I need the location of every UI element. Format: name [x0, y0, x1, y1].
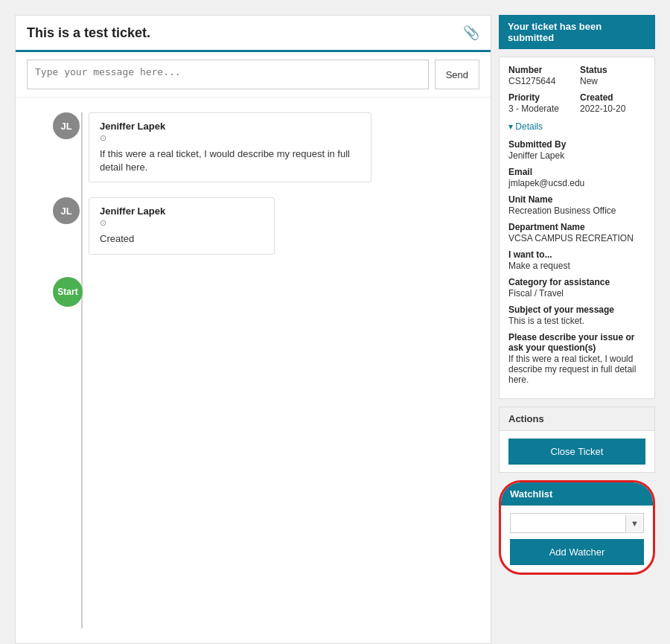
message-body: If this were a real ticket, I would desc…: [100, 147, 360, 174]
ticket-header: This is a test ticket. 📎: [16, 16, 491, 52]
add-watcher-button[interactable]: Add Watcher: [510, 539, 644, 565]
message-card: Jeniffer Lapek ⊙ If this were a real tic…: [89, 112, 371, 182]
number-label: Number: [508, 65, 574, 75]
ticket-status-banner: Your ticket has been submitted: [499, 15, 655, 49]
email-item: Email jmlapek@ucsd.edu: [508, 167, 645, 188]
actions-box: Actions Close Ticket: [499, 407, 655, 473]
watchlist-body: ▼ Add Watcher: [501, 506, 653, 573]
watchlist-header: Watchlist: [501, 482, 653, 506]
subject-value: This is a test ticket.: [508, 316, 645, 326]
describe-item: Please describe your issue or ask your q…: [508, 332, 645, 385]
status-label: Status: [580, 65, 645, 75]
watchlist-select-wrap: ▼: [510, 513, 644, 533]
left-panel: This is a test ticket. 📎 Send JL Jeniffe…: [15, 15, 491, 644]
email-value: jmlapek@ucsd.edu: [508, 178, 645, 188]
submitted-by-label: Submitted By: [508, 139, 645, 150]
message-body-2: Created: [100, 232, 264, 246]
timeline: JL Jeniffer Lapek ⊙ If this were a real …: [16, 98, 491, 643]
timestamp-2: ⊙: [100, 218, 264, 228]
subject-label: Subject of your message: [508, 305, 645, 315]
unit-name-label: Unit Name: [508, 194, 645, 205]
department-item: Department Name VCSA CAMPUS RECREATION: [508, 222, 645, 243]
created-label: Created: [580, 92, 645, 103]
details-section: Submitted By Jeniffer Lapek Email jmlape…: [508, 139, 645, 385]
unit-name-item: Unit Name Recreation Business Office: [508, 194, 645, 216]
submitted-by-item: Submitted By Jeniffer Lapek: [508, 139, 645, 161]
category-value: Fiscal / Travel: [508, 288, 645, 299]
describe-label: Please describe your issue or ask your q…: [508, 332, 645, 353]
timeline-item-2: JL Jeniffer Lapek ⊙ Created: [53, 197, 476, 254]
priority-field: Priority 3 - Moderate: [508, 92, 574, 114]
attachment-icon[interactable]: 📎: [463, 25, 479, 41]
actions-body: Close Ticket: [500, 431, 654, 472]
priority-label: Priority: [508, 92, 574, 103]
number-field: Number CS1275644: [508, 65, 574, 86]
watchlist-box: Watchlist ▼ Add Watcher: [499, 480, 655, 575]
message-card-2: Jeniffer Lapek ⊙ Created: [89, 197, 275, 254]
category-label: Category for assistance: [508, 277, 645, 287]
start-item: Start: [53, 277, 476, 307]
status-field: Status New: [580, 65, 645, 86]
details-toggle[interactable]: ▾ Details: [508, 121, 645, 132]
ticket-title: This is a test ticket.: [27, 25, 150, 41]
created-value: 2022-10-20: [580, 103, 645, 114]
email-label: Email: [508, 167, 645, 177]
i-want-item: I want to... Make a request: [508, 249, 645, 271]
unit-name-value: Recreation Business Office: [508, 205, 645, 216]
clock-icon: ⊙: [100, 133, 106, 143]
start-avatar: Start: [53, 277, 83, 307]
page-container: This is a test ticket. 📎 Send JL Jeniffe…: [7, 7, 663, 644]
priority-value: 3 - Moderate: [508, 103, 574, 114]
number-value: CS1275644: [508, 76, 574, 86]
send-button[interactable]: Send: [435, 60, 479, 89]
info-grid: Number CS1275644 Status New Priority 3 -…: [508, 65, 645, 114]
watchlist-dropdown-arrow[interactable]: ▼: [625, 515, 643, 532]
timestamp: ⊙: [100, 133, 360, 143]
timeline-item: JL Jeniffer Lapek ⊙ If this were a real …: [53, 112, 476, 182]
avatar: JL: [53, 112, 80, 139]
describe-value: If this were a real ticket, I would desc…: [508, 354, 645, 385]
message-compose: Send: [16, 52, 491, 98]
submitted-by-value: Jeniffer Lapek: [508, 150, 645, 161]
i-want-label: I want to...: [508, 249, 645, 260]
sender-name-2: Jeniffer Lapek: [100, 205, 264, 217]
close-ticket-button[interactable]: Close Ticket: [508, 439, 645, 465]
ticket-info-box: Number CS1275644 Status New Priority 3 -…: [499, 57, 655, 399]
i-want-value: Make a request: [508, 261, 645, 271]
right-panel: Your ticket has been submitted Number CS…: [499, 15, 655, 644]
sender-name: Jeniffer Lapek: [100, 121, 360, 132]
category-item: Category for assistance Fiscal / Travel: [508, 277, 645, 299]
department-value: VCSA CAMPUS RECREATION: [508, 233, 645, 243]
timeline-track: [81, 112, 83, 628]
avatar-2: JL: [53, 197, 80, 224]
watchlist-select[interactable]: [511, 514, 625, 532]
department-label: Department Name: [508, 222, 645, 232]
subject-item: Subject of your message This is a test t…: [508, 305, 645, 326]
created-field: Created 2022-10-20: [580, 92, 645, 114]
message-input[interactable]: [27, 60, 429, 89]
clock-icon-2: ⊙: [100, 218, 106, 228]
status-value: New: [580, 76, 645, 86]
actions-header: Actions: [500, 407, 654, 431]
